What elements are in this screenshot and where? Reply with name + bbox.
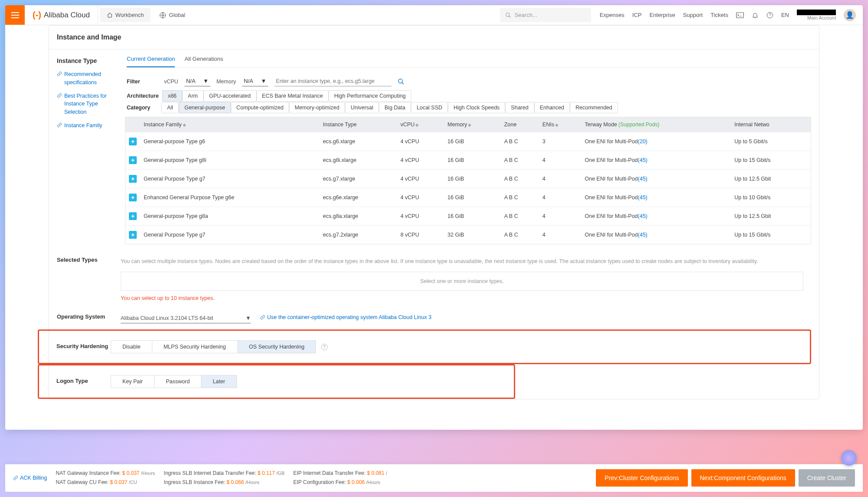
security-options: DisableMLPS Security HardeningOS Securit…	[111, 340, 316, 353]
col-type: Instance Type	[319, 117, 397, 132]
menu-button[interactable]	[5, 5, 25, 25]
col-family[interactable]: Instance Family◆	[140, 117, 319, 132]
chevron-down-icon: ▼	[203, 78, 209, 84]
instance-search-input[interactable]	[274, 76, 391, 86]
instance-image-panel: Instance and Image Instance Type Recomme…	[49, 25, 819, 399]
col-enis[interactable]: ENIs◆	[539, 117, 581, 132]
link-icon	[57, 122, 62, 128]
svg-point-4	[398, 79, 402, 83]
prev-button[interactable]: Prev:Cluster Configurations	[596, 469, 687, 487]
table-row[interactable]: + General-purpose Type g8aecs.g8a.xlarge…	[125, 207, 811, 226]
category-chip-local-ssd[interactable]: Local SSD	[411, 102, 448, 113]
os-optimized-link[interactable]: Use the container-optimized operating sy…	[260, 314, 431, 320]
top-bar: (-) Alibaba Cloud Workbench Global Searc…	[5, 5, 863, 25]
logon-option-later[interactable]: Later	[201, 375, 237, 388]
footer-bar: ACK Billing NAT Gateway Instance Fee: $ …	[5, 464, 863, 492]
col-memory[interactable]: Memory◆	[444, 117, 501, 132]
bell-icon[interactable]	[752, 12, 759, 19]
category-chip-enhanced[interactable]: Enhanced	[534, 102, 570, 113]
category-chip-high-clock-speeds[interactable]: High Clock Speeds	[448, 102, 505, 113]
arch-chip-gpu-accelerated[interactable]: GPU-accelerated	[204, 90, 256, 102]
expand-icon[interactable]: +	[129, 156, 137, 164]
security-option-disable[interactable]: Disable	[111, 340, 152, 353]
link-expenses[interactable]: Expenses	[600, 12, 625, 18]
table-row[interactable]: + General-purpose Type g8iecs.g8i.xlarge…	[125, 151, 811, 170]
selected-types-empty: Select one or more instance types.	[121, 272, 803, 291]
tab-current-generation[interactable]: Current Generation	[127, 56, 175, 67]
top-links: Expenses ICP Enterprise Support Tickets …	[600, 9, 863, 21]
search-icon	[398, 78, 404, 85]
expand-icon[interactable]: +	[129, 194, 137, 201]
link-instance-family[interactable]: Instance Family	[57, 122, 116, 130]
nav-workbench[interactable]: Workbench	[100, 8, 151, 22]
next-button[interactable]: Next:Component Configurations	[691, 469, 795, 487]
nav-global[interactable]: Global	[152, 5, 192, 25]
arch-chip-ecs-bare-metal-instance[interactable]: ECS Bare Metal Instance	[256, 90, 329, 102]
main-config: Current Generation All Generations Filte…	[121, 49, 819, 250]
category-chip-recommended[interactable]: Recommended	[570, 102, 618, 113]
highlight-security: Security Hardening DisableMLPS Security …	[38, 329, 811, 364]
os-section: Operating System Alibaba Cloud Linux 3.2…	[49, 307, 819, 329]
app-window: (-) Alibaba Cloud Workbench Global Searc…	[5, 5, 863, 430]
link-icp[interactable]: ICP	[632, 12, 642, 18]
globe-icon	[159, 12, 166, 19]
instance-table: Instance Family◆ Instance Type vCPU◆ Mem…	[125, 117, 811, 244]
account-box[interactable]: Main Account	[797, 10, 836, 20]
table-row[interactable]: + General Purpose Type g7ecs.g7.xlarge4 …	[125, 170, 811, 188]
expand-icon[interactable]: +	[129, 231, 137, 239]
security-option-mlps-security-hardening[interactable]: MLPS Security Hardening	[152, 340, 238, 353]
help-icon[interactable]: ?	[321, 344, 328, 350]
link-support[interactable]: Support	[683, 12, 703, 18]
category-chip-compute-optimized[interactable]: Compute-optimized	[231, 102, 289, 113]
expand-icon[interactable]: +	[129, 212, 137, 220]
security-option-os-security-hardening[interactable]: OS Security Hardening	[237, 340, 316, 353]
highlight-logon: Logon Type Key PairPasswordLater	[38, 364, 515, 399]
account-name-redacted	[797, 10, 836, 15]
arch-chip-high-performance-computing[interactable]: High Performance Computing	[329, 90, 411, 102]
category-chip-all[interactable]: All	[161, 102, 179, 113]
category-chip-memory-optimized[interactable]: Memory-optimized	[289, 102, 345, 113]
category-chip-general-purpose[interactable]: General-purpose	[179, 102, 231, 113]
logon-option-key-pair[interactable]: Key Pair	[111, 375, 155, 388]
col-network: Internal Netwo	[731, 117, 811, 132]
link-recommended-specs[interactable]: Recommended specifications	[57, 70, 116, 87]
expand-icon[interactable]: +	[129, 138, 137, 145]
architecture-row: Architecture x86ArmGPU-acceleratedECS Ba…	[125, 90, 819, 102]
logon-option-password[interactable]: Password	[154, 375, 201, 388]
logo-icon: (-)	[33, 10, 41, 20]
fee-nat: NAT Gateway Instance Fee: $ 0.037 /Hours…	[56, 469, 155, 487]
col-terway: Terway Mode (Supported Pods)	[581, 117, 731, 132]
selection-limit-warning: You can select up to 10 instance types.	[121, 295, 811, 301]
search-button[interactable]	[398, 78, 404, 85]
arch-chip-x86[interactable]: x86	[162, 90, 182, 102]
svg-rect-2	[736, 13, 744, 18]
arch-chip-arm[interactable]: Arm	[182, 90, 204, 102]
col-vcpu[interactable]: vCPU◆	[397, 117, 444, 132]
memory-dropdown[interactable]: N/A▼	[242, 77, 268, 86]
avatar[interactable]: 👤	[844, 9, 856, 21]
language-selector[interactable]: EN	[781, 12, 789, 18]
link-enterprise[interactable]: Enterprise	[649, 12, 675, 18]
category-chip-shared[interactable]: Shared	[505, 102, 534, 113]
table-row[interactable]: + General Purpose Type g7ecs.g7.2xlarge8…	[125, 226, 811, 244]
link-best-practices[interactable]: Best Practices for Instance Type Selecti…	[57, 92, 116, 116]
terminal-icon[interactable]	[736, 12, 744, 18]
expand-icon[interactable]: +	[129, 175, 137, 183]
category-chip-universal[interactable]: Universal	[345, 102, 379, 113]
filter-row: Filter vCPU N/A▼ Memory N/A▼	[125, 73, 819, 90]
table-row[interactable]: + General-purpose Type g6ecs.g6.xlarge4 …	[125, 132, 811, 151]
sidebar: Instance Type Recommended specifications…	[49, 49, 121, 250]
create-cluster-button[interactable]: Create Cluster	[799, 469, 855, 487]
vcpu-dropdown[interactable]: N/A▼	[184, 77, 210, 86]
help-icon[interactable]	[766, 12, 773, 19]
table-row[interactable]: + Enhanced General Purpose Type g6eecs.g…	[125, 188, 811, 207]
ack-billing-link[interactable]: ACK Billing	[13, 475, 47, 481]
os-dropdown[interactable]: Alibaba Cloud Linux 3.2104 LTS 64-bit▼	[121, 313, 251, 323]
assistant-orb[interactable]	[841, 450, 857, 466]
svg-point-1	[506, 13, 509, 16]
logo[interactable]: (-) Alibaba Cloud	[25, 5, 98, 25]
global-search[interactable]: Search...	[500, 8, 591, 22]
link-tickets[interactable]: Tickets	[710, 12, 728, 18]
tab-all-generations[interactable]: All Generations	[184, 56, 223, 67]
category-chip-big-data[interactable]: Big Data	[379, 102, 411, 113]
